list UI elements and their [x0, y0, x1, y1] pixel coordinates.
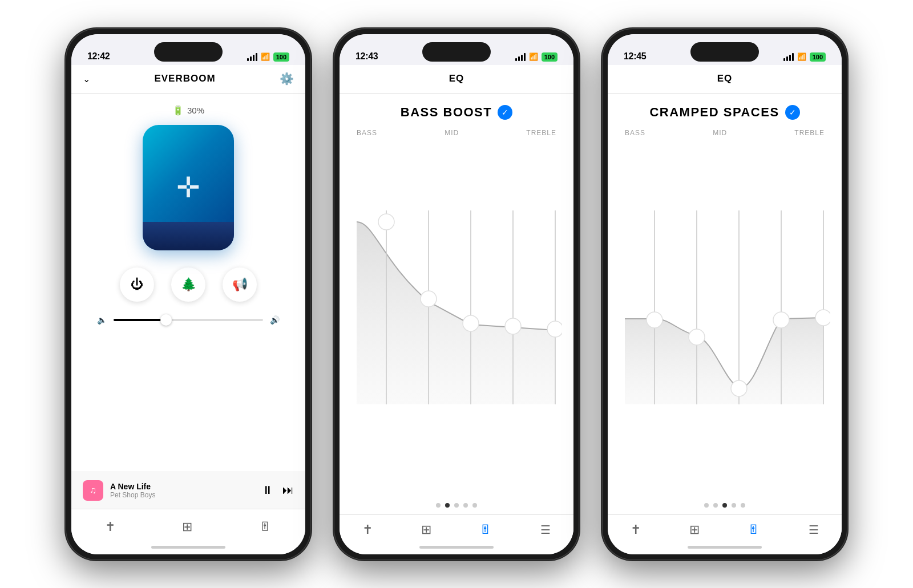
app-title-1: EVERBOOM — [154, 73, 215, 84]
checkmark-3: ✓ — [785, 105, 800, 120]
dot-1-3[interactable] — [704, 503, 709, 508]
tab-home-2[interactable]: ✝ — [362, 522, 373, 537]
track-info-1: A New Life Pet Shop Boys — [110, 482, 255, 499]
tab-grid-1[interactable]: ⊞ — [182, 520, 192, 534]
app-screen-3: EQ CRAMPED SPACES ✓ BASS MID TREBLE — [608, 65, 842, 514]
power-button-1[interactable]: ⏻ — [120, 267, 154, 302]
dot-1-2[interactable] — [436, 503, 441, 508]
eq-label-treble-2: TREBLE — [526, 129, 556, 137]
tab-home-1[interactable]: ✝ — [105, 520, 115, 534]
pause-button-1[interactable]: ⏸ — [262, 484, 273, 497]
eq-labels-3: BASS MID TREBLE — [608, 129, 842, 137]
vol-max-icon-1: 🔊 — [270, 315, 280, 325]
battery-percent-1: 30% — [187, 106, 204, 115]
nav-back-1[interactable]: ⌄ — [83, 74, 90, 84]
tree-button-1[interactable]: 🌲 — [171, 267, 205, 302]
battery-badge-3: 100 — [810, 52, 826, 62]
nav-bar-1: ⌄ EVERBOOM ⚙️ — [71, 65, 305, 94]
list-icon-2[interactable]: ☰ — [540, 523, 551, 537]
dynamic-island-1 — [154, 42, 223, 62]
action-buttons-1: ⏻ 🌲 📢 — [120, 267, 257, 302]
handle-3-2[interactable] — [463, 315, 479, 331]
speaker-image-1: ✛ — [143, 125, 234, 250]
preset-name-2: BASS BOOST — [401, 105, 492, 120]
vol-thumb-1[interactable] — [160, 314, 172, 326]
handle-1-2[interactable] — [378, 214, 394, 230]
eq-dot-row-3 — [608, 496, 842, 514]
eq-title-row-2: BASS BOOST ✓ — [340, 99, 573, 129]
megaphone-button-1[interactable]: 📢 — [223, 267, 257, 302]
volume-slider-1[interactable]: 🔈 🔊 — [97, 315, 280, 325]
eq-label-mid-2: MID — [445, 129, 459, 137]
tree-icon-1: 🌲 — [181, 277, 196, 292]
settings-icon-1[interactable]: ⚙️ — [280, 72, 294, 86]
dot-4-3[interactable] — [732, 503, 736, 508]
nav-bar-3: EQ — [608, 65, 842, 94]
handle-4-3[interactable] — [773, 312, 789, 328]
handle-5-2[interactable] — [547, 321, 562, 337]
dot-3-2[interactable] — [454, 503, 459, 508]
speaker-logo-1: ✛ — [176, 173, 200, 202]
track-title-1: A New Life — [110, 482, 255, 491]
battery-badge-2: 100 — [542, 52, 558, 62]
time-1: 12:42 — [87, 51, 110, 62]
handle-1-3[interactable] — [647, 312, 662, 328]
eq-label-bass-3: BASS — [625, 129, 645, 137]
eq-body-2: BASS BOOST ✓ BASS MID TREBLE — [340, 94, 573, 514]
app-screen-2: EQ BASS BOOST ✓ BASS MID TREBLE — [340, 65, 573, 514]
dot-3-3[interactable] — [722, 503, 727, 508]
home-indicator-3 — [688, 546, 762, 549]
signal-icon-3 — [783, 53, 794, 61]
eq-svg-2 — [351, 141, 562, 496]
nav-bar-2: EQ — [340, 65, 573, 94]
speaker-base-1 — [143, 222, 234, 250]
eq-nav-title-2: EQ — [449, 73, 464, 84]
tab-home-3[interactable]: ✝ — [631, 522, 641, 537]
phone-3: 12:45 📶 100 EQ — [602, 29, 847, 560]
now-playing-1: ♫ A New Life Pet Shop Boys ⏸ ⏭ — [71, 472, 305, 509]
tab-eq-1[interactable]: 🎚 — [259, 520, 272, 534]
dot-2-2[interactable] — [445, 503, 450, 508]
eq-label-mid-3: MID — [713, 129, 727, 137]
signal-icon-2 — [515, 53, 526, 61]
vol-min-icon-1: 🔈 — [97, 315, 107, 325]
main-body-1: 🔋 30% ✛ ⏻ 🌲 — [71, 94, 305, 509]
dot-5-2[interactable] — [472, 503, 477, 508]
eq-label-bass-2: BASS — [357, 129, 377, 137]
battery-badge-1: 100 — [273, 52, 289, 62]
track-artist-1: Pet Shop Boys — [110, 491, 255, 499]
wifi-icon-3: 📶 — [797, 52, 806, 61]
tab-eq-active-3[interactable]: 🎚 — [748, 522, 760, 537]
handle-2-3[interactable] — [689, 329, 705, 345]
checkmark-2: ✓ — [498, 105, 512, 120]
app-screen-1: ⌄ EVERBOOM ⚙️ 🔋 30% ✛ ⏻ — [71, 65, 305, 509]
handle-2-2[interactable] — [421, 291, 437, 307]
time-3: 12:45 — [624, 51, 646, 62]
eq-chart-2 — [351, 141, 562, 496]
handle-3-3[interactable] — [731, 380, 747, 396]
next-button-1[interactable]: ⏭ — [282, 484, 294, 497]
battery-indicator-1: 🔋 30% — [172, 105, 204, 116]
eq-chart-3 — [619, 141, 830, 496]
power-icon-1: ⏻ — [131, 277, 143, 292]
preset-name-3: CRAMPED SPACES — [649, 105, 779, 120]
eq-title-row-3: CRAMPED SPACES ✓ — [608, 99, 842, 129]
eq-label-treble-3: TREBLE — [794, 129, 825, 137]
home-indicator-1 — [151, 546, 225, 549]
megaphone-icon-1: 📢 — [232, 277, 248, 292]
tab-grid-2[interactable]: ⊞ — [421, 522, 431, 537]
eq-nav-title-3: EQ — [717, 73, 733, 84]
list-icon-3[interactable]: ☰ — [809, 523, 819, 537]
tab-grid-3[interactable]: ⊞ — [689, 522, 700, 537]
handle-5-3[interactable] — [815, 310, 830, 326]
signal-icon-1 — [247, 53, 257, 61]
tab-eq-active-2[interactable]: 🎚 — [479, 522, 492, 537]
time-2: 12:43 — [355, 51, 378, 62]
handle-4-2[interactable] — [505, 318, 521, 334]
dot-5-3[interactable] — [741, 503, 745, 508]
dot-4-2[interactable] — [463, 503, 468, 508]
eq-svg-3 — [619, 141, 830, 496]
vol-fill-1 — [114, 319, 166, 321]
dot-2-3[interactable] — [713, 503, 718, 508]
vol-track-1[interactable] — [114, 319, 263, 321]
